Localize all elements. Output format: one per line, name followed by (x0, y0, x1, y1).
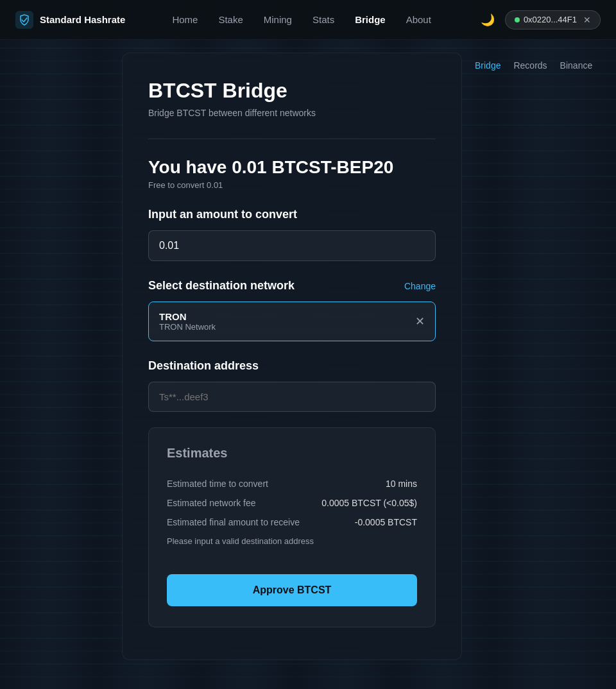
card-subtitle: Bridge BTCST between different networks (148, 108, 436, 118)
estimate-label-time: Estimated time to convert (167, 479, 268, 489)
main-panel: BTCST Bridge Bridge BTCST between differ… (122, 53, 462, 660)
left-spacer (0, 53, 122, 660)
wallet-address: 0x0220...44F1 (524, 15, 577, 24)
sidebar-nav-binance[interactable]: Binance (560, 60, 593, 71)
network-description: TRON Network (159, 322, 216, 332)
network-section-label: Select destination network (148, 279, 295, 293)
content-area: BTCST Bridge Bridge BTCST between differ… (0, 40, 616, 673)
brand-icon (15, 11, 33, 29)
divider-1 (148, 139, 436, 139)
wallet-status-dot (515, 17, 520, 22)
balance-main: You have 0.01 BTCST-BEP20 (148, 157, 436, 178)
estimate-value-time: 10 mins (386, 479, 417, 489)
nav-bridge[interactable]: Bridge (355, 14, 386, 25)
network-name: TRON (159, 311, 216, 322)
balance-sub: Free to convert 0.01 (148, 180, 436, 190)
wallet-close-button[interactable]: ✕ (583, 15, 591, 25)
estimate-value-fee: 0.0005 BTCST (<0.05$) (321, 498, 417, 508)
nav-about[interactable]: About (406, 14, 431, 25)
bridge-card: BTCST Bridge Bridge BTCST between differ… (122, 53, 462, 660)
network-info: TRON TRON Network (159, 311, 216, 332)
card-title: BTCST Bridge (148, 79, 436, 103)
sidebar-nav-records[interactable]: Records (513, 60, 547, 71)
balance-section: You have 0.01 BTCST-BEP20 Free to conver… (148, 157, 436, 190)
svg-rect-0 (15, 11, 33, 29)
theme-toggle-button[interactable]: 🌙 (478, 10, 497, 30)
navbar: Standard Hashrate Home Stake Mining Stat… (0, 0, 616, 40)
approve-button[interactable]: Approve BTCST (167, 574, 417, 606)
nav-mining[interactable]: Mining (264, 14, 292, 25)
network-close-button[interactable]: ✕ (415, 314, 425, 328)
sidebar-nav: Bridge Records Binance (475, 60, 603, 71)
brand-name: Standard Hashrate (40, 14, 125, 25)
nav-stats[interactable]: Stats (312, 14, 334, 25)
navbar-right: 🌙 0x0220...44F1 ✕ (478, 10, 601, 30)
sidebar-nav-bridge[interactable]: Bridge (475, 60, 501, 71)
destination-address-input[interactable] (148, 382, 436, 412)
amount-section-label: Input an amount to convert (148, 208, 436, 221)
estimate-warning: Please input a valid destination address (167, 536, 417, 546)
amount-input[interactable] (148, 230, 436, 261)
estimate-row-fee: Estimated network fee 0.0005 BTCST (<0.0… (167, 498, 417, 508)
brand: Standard Hashrate (15, 11, 125, 29)
destination-section-label: Destination address (148, 359, 436, 373)
nav-home[interactable]: Home (172, 14, 198, 25)
estimate-row-final: Estimated final amount to receive -0.000… (167, 517, 417, 527)
estimate-row-time: Estimated time to convert 10 mins (167, 479, 417, 489)
estimates-title: Estimates (167, 446, 417, 461)
right-sidebar: Bridge Records Binance (462, 53, 603, 660)
estimate-label-fee: Estimated network fee (167, 498, 256, 508)
nav-links: Home Stake Mining Stats Bridge About (172, 14, 431, 25)
network-section-header: Select destination network Change (148, 279, 436, 293)
nav-stake[interactable]: Stake (218, 14, 243, 25)
estimate-label-final: Estimated final amount to receive (167, 517, 300, 527)
estimates-box: Estimates Estimated time to convert 10 m… (148, 427, 436, 627)
change-network-button[interactable]: Change (404, 281, 436, 291)
wallet-badge[interactable]: 0x0220...44F1 ✕ (505, 10, 601, 30)
network-selector[interactable]: TRON TRON Network ✕ (148, 302, 436, 341)
estimate-value-final: -0.0005 BTCST (355, 517, 417, 527)
